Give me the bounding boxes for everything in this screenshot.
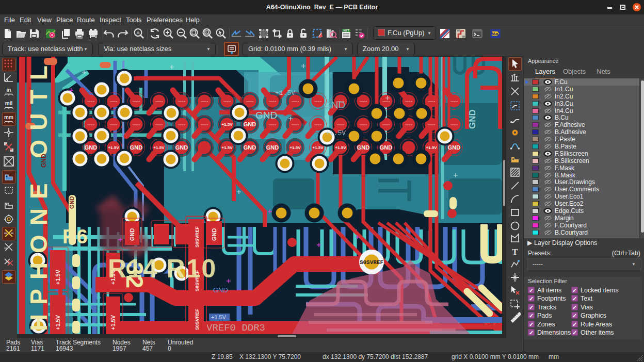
svg-text:S0SA10: S0SA10 — [246, 101, 254, 103]
svg-text:+1.5V: +1.5V — [289, 145, 301, 150]
svg-text:S0SA10: S0SA10 — [450, 124, 458, 126]
svg-text:GND: GND — [85, 144, 98, 151]
svg-text:GND: GND — [380, 144, 393, 151]
svg-text:GND: GND — [211, 228, 217, 241]
svg-text:+1.5V: +1.5V — [221, 145, 233, 150]
svg-text:T: T — [512, 247, 518, 257]
svg-text:S0SVREF: S0SVREF — [195, 226, 200, 248]
svg-text:S0SA10: S0SA10 — [360, 124, 367, 126]
svg-text:Aa: Aa — [493, 31, 498, 36]
svg-text:S0SA10: S0SA10 — [223, 101, 231, 103]
svg-text:GND: GND — [175, 144, 188, 151]
svg-text:S0SA10: S0SA10 — [269, 124, 277, 126]
svg-text:GND: GND — [244, 144, 256, 151]
svg-text:S0SA10: S0SA10 — [382, 124, 390, 126]
svg-text:S0SA10: S0SA10 — [155, 124, 163, 126]
svg-text:S0SA10: S0SA10 — [201, 124, 208, 126]
svg-text:GND: GND — [468, 109, 477, 129]
svg-text:S0SA10: S0SA10 — [178, 101, 186, 103]
svg-text:S0SA10: S0SA10 — [87, 101, 95, 103]
svg-text:GND: GND — [324, 100, 345, 110]
svg-text:S0SA10: S0SA10 — [382, 101, 390, 103]
svg-text:S0SA10: S0SA10 — [87, 124, 95, 126]
svg-text:mil: mil — [5, 101, 13, 106]
svg-text:GND: GND — [357, 144, 370, 151]
svg-text:32: 32 — [121, 262, 148, 288]
svg-text:NET: NET — [344, 29, 350, 32]
svg-text:GND: GND — [130, 144, 143, 151]
svg-text:S0SA10: S0SA10 — [110, 101, 118, 103]
svg-text:in: in — [7, 87, 11, 93]
svg-text:S0SA10: S0SA10 — [133, 124, 140, 126]
svg-text:+1.5V: +1.5V — [108, 145, 119, 150]
svg-text:S0SA10: S0SA10 — [405, 101, 413, 103]
svg-text:VREF0 DDR3: VREF0 DDR3 — [206, 322, 265, 334]
svg-text:+1.5V: +1.5V — [221, 122, 233, 127]
svg-text:+1.5V: +1.5V — [335, 145, 346, 150]
svg-text:S0SA10: S0SA10 — [428, 101, 436, 103]
svg-text:GND: GND — [129, 228, 135, 241]
svg-text:S0SA10: S0SA10 — [269, 101, 277, 103]
svg-text:S0SA10: S0SA10 — [337, 124, 345, 126]
svg-text:+1.5V: +1.5V — [211, 314, 227, 320]
svg-text:+1.5V: +1.5V — [55, 269, 61, 285]
svg-text:S0SVREF: S0SVREF — [195, 308, 200, 330]
svg-text:GND: GND — [255, 110, 277, 121]
svg-text:S0SA10: S0SA10 — [178, 124, 186, 126]
svg-text:+1.5V: +1.5V — [426, 145, 437, 150]
svg-text:S0SA10: S0SA10 — [405, 124, 413, 126]
svg-text:A: A — [136, 30, 139, 36]
svg-text:S0SVREF: S0SVREF — [360, 259, 383, 266]
svg-text:+1.5V: +1.5V — [55, 315, 61, 330]
svg-text:GND: GND — [40, 154, 47, 168]
svg-text:HPHONE OUTL: HPHONE OUTL — [25, 57, 52, 331]
svg-text:S0SA10: S0SA10 — [360, 101, 367, 103]
svg-text:GND: GND — [244, 121, 256, 127]
svg-text:S0SA10: S0SA10 — [201, 101, 208, 103]
svg-text:S0SA10: S0SA10 — [110, 124, 118, 126]
svg-text:+1.5V: +1.5V — [326, 129, 346, 137]
svg-text:S0SA10: S0SA10 — [314, 101, 322, 103]
svg-text:GND: GND — [213, 286, 228, 294]
svg-text:S0SA10: S0SA10 — [314, 124, 322, 126]
svg-text:S0SA10: S0SA10 — [450, 101, 458, 103]
svg-text:S0SA10: S0SA10 — [428, 124, 436, 126]
svg-text:GND: GND — [266, 144, 279, 151]
svg-text:S0SA10: S0SA10 — [292, 101, 299, 103]
svg-text:S0SA10: S0SA10 — [155, 101, 163, 103]
svg-text:GND: GND — [448, 144, 461, 151]
svg-text:+1.5V: +1.5V — [153, 145, 165, 150]
svg-text:S0SA10: S0SA10 — [292, 124, 299, 126]
svg-text:+1.5V: +1.5V — [275, 89, 295, 97]
svg-text:S0SA10: S0SA10 — [133, 101, 140, 103]
svg-text:+1.5V: +1.5V — [110, 315, 116, 330]
svg-text:GND: GND — [69, 196, 75, 209]
svg-text:mm: mm — [4, 114, 13, 120]
svg-text:+1.5V: +1.5V — [312, 145, 324, 150]
